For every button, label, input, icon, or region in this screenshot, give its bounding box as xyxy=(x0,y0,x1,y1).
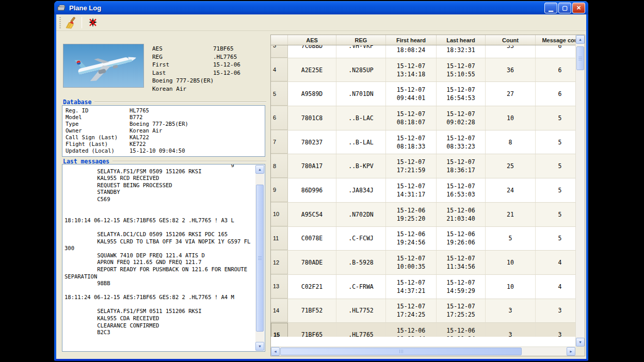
reg-cell[interactable]: .HL7752 xyxy=(336,299,386,323)
message-count-cell[interactable]: 3 xyxy=(536,299,575,323)
message-count-cell[interactable]: 6 xyxy=(536,58,575,82)
table-scroll-down-arrow[interactable]: ▼ xyxy=(576,338,585,347)
count-cell[interactable]: 5 xyxy=(486,227,536,251)
first-heard-cell[interactable]: 15-12-0619:24:56 xyxy=(386,227,437,251)
first-heard-cell[interactable]: 15-12-0713:14:18 xyxy=(386,58,437,82)
titlebar[interactable]: Plane Log ▁ ▢ ✕ xyxy=(54,1,588,14)
last-heard-cell[interactable]: 15-12-0621:03:40 xyxy=(437,203,486,226)
table-scroll-up-arrow[interactable]: ▲ xyxy=(576,35,585,44)
table-horizontal-scrollbar[interactable]: ◄ ► xyxy=(271,347,575,356)
last-heard-cell[interactable]: 15-12-0711:34:56 xyxy=(437,251,486,274)
table-row[interactable]: 1571BF65.HL776515-12-0618:09:4415-12-061… xyxy=(271,323,575,337)
table-row[interactable]: 11C0078E.C-FCWJ15-12-0619:24:5615-12-061… xyxy=(271,227,575,251)
maximize-button[interactable]: ▢ xyxy=(558,3,571,13)
count-cell[interactable]: 3 xyxy=(486,323,536,337)
count-cell[interactable]: 27 xyxy=(486,82,536,106)
table-scroll-right-arrow[interactable]: ► xyxy=(567,347,575,356)
count-cell[interactable]: 8 xyxy=(486,130,536,154)
last-heard-cell[interactable]: 15-12-0709:02:28 xyxy=(437,106,486,130)
table-row[interactable]: 12780ADE.B-592815-12-0710:00:3515-12-071… xyxy=(271,251,575,275)
table-row[interactable]: 4A2E25E.N285UP15-12-0713:14:1815-12-0715… xyxy=(271,58,575,83)
last-heard-cell[interactable]: 15-12-0714:59:29 xyxy=(437,275,486,299)
close-button[interactable]: ✕ xyxy=(572,3,585,13)
row-number-cell[interactable]: 4 xyxy=(271,58,288,82)
last-heard-cell[interactable]: 15-12-0717:25:25 xyxy=(437,299,486,323)
aes-cell[interactable]: 780A17 xyxy=(288,154,336,178)
count-cell[interactable]: 21 xyxy=(486,203,536,226)
reg-cell[interactable]: .N285UP xyxy=(336,58,386,82)
first-heard-cell[interactable]: 15-12-0618:08:24 xyxy=(386,45,437,58)
message-count-cell[interactable]: 5 xyxy=(536,130,575,154)
row-number-cell[interactable]: 15 xyxy=(271,323,288,337)
column-header-first-heard[interactable]: First heard xyxy=(386,35,437,45)
aes-cell[interactable]: A9589D xyxy=(288,82,336,106)
table-vscroll-thumb[interactable] xyxy=(576,46,584,70)
aes-cell[interactable]: 86D996 xyxy=(288,178,336,202)
table-row[interactable]: 1471BF52.HL775215-12-0717:24:2515-12-071… xyxy=(271,299,575,323)
row-number-cell[interactable]: 7 xyxy=(271,130,288,154)
aes-cell[interactable]: 71BF52 xyxy=(288,299,336,323)
aes-cell[interactable]: 7801C8 xyxy=(288,106,336,130)
column-header-last-heard[interactable]: Last heard xyxy=(437,35,486,45)
message-count-cell[interactable]: 4 xyxy=(536,251,575,274)
last-heard-cell[interactable]: 15-12-0718:32:31 xyxy=(437,45,486,58)
message-count-cell[interactable]: 5 xyxy=(536,106,575,130)
aes-cell[interactable]: A2E25E xyxy=(288,58,336,82)
reg-cell[interactable]: .C-FRWA xyxy=(336,275,386,299)
last-heard-cell[interactable]: 15-12-0716:54:53 xyxy=(437,82,486,106)
first-heard-cell[interactable]: 15-12-0710:00:35 xyxy=(386,251,437,274)
table-hscroll-thumb[interactable] xyxy=(280,348,522,355)
table-scroll-left-arrow[interactable]: ◄ xyxy=(271,347,280,356)
first-heard-cell[interactable]: 15-12-0717:24:25 xyxy=(386,299,437,323)
count-cell[interactable]: 10 xyxy=(486,275,536,299)
count-cell[interactable]: 10 xyxy=(486,106,536,130)
reg-cell[interactable]: .B-5928 xyxy=(336,251,386,274)
count-cell[interactable]: 33 xyxy=(486,45,536,58)
toolbar-gripper[interactable] xyxy=(59,17,61,28)
reg-cell[interactable]: ..B-LAL xyxy=(336,130,386,154)
reg-cell[interactable]: .VH-VKF xyxy=(336,45,386,58)
row-number-cell[interactable]: 8 xyxy=(271,154,288,178)
table-row[interactable]: 986D996.JA834J15-12-0714:31:1715-12-0716… xyxy=(271,178,575,203)
last-heard-cell[interactable]: 15-12-0718:36:17 xyxy=(437,154,486,178)
reg-cell[interactable]: .C-FCWJ xyxy=(336,227,386,251)
last-heard-cell[interactable]: 15-12-0715:10:55 xyxy=(437,58,486,82)
count-cell[interactable]: 25 xyxy=(486,154,536,178)
first-heard-cell[interactable]: 15-12-0619:25:20 xyxy=(386,203,437,226)
reg-cell[interactable]: .N701DN xyxy=(336,82,386,106)
table-row[interactable]: 5A9589D.N701DN15-12-0709:44:0115-12-0716… xyxy=(271,82,575,106)
message-count-cell[interactable]: 5 xyxy=(536,178,575,202)
first-heard-cell[interactable]: 15-12-0714:31:17 xyxy=(386,178,437,202)
messages-vertical-scrollbar[interactable]: ▲ ▼ xyxy=(255,165,264,351)
row-number-cell[interactable]: 9 xyxy=(271,178,288,202)
column-header-row-number[interactable] xyxy=(271,35,288,45)
table-row[interactable]: 37C6BBD.VH-VKF15-12-0618:08:2415-12-0718… xyxy=(271,45,575,58)
column-header-message-cou[interactable]: Message cou xyxy=(536,35,575,45)
reg-cell[interactable]: .N702DN xyxy=(336,203,386,226)
reg-cell[interactable]: .HL7765 xyxy=(336,323,386,337)
table-row[interactable]: 7780237..B-LAL15-12-0708:18:3315-12-0708… xyxy=(271,130,575,155)
table-vertical-scrollbar[interactable]: ▲ ▼ xyxy=(575,35,585,347)
aes-cell[interactable]: C02F21 xyxy=(288,275,336,299)
row-number-cell[interactable]: 3 xyxy=(271,45,288,58)
aes-cell[interactable]: A95C54 xyxy=(288,203,336,226)
messages-scroll-thumb[interactable] xyxy=(256,185,264,332)
first-heard-cell[interactable]: 15-12-0709:44:01 xyxy=(386,82,437,106)
column-header-reg[interactable]: REG xyxy=(336,35,386,45)
first-heard-cell[interactable]: 15-12-0618:09:44 xyxy=(386,323,437,337)
first-heard-cell[interactable]: 15-12-0714:37:21 xyxy=(386,275,437,299)
column-header-count[interactable]: Count xyxy=(486,35,536,45)
reg-cell[interactable]: ..B-LAC xyxy=(336,106,386,130)
aes-cell[interactable]: C0078E xyxy=(288,227,336,251)
row-number-cell[interactable]: 12 xyxy=(271,251,288,274)
first-heard-cell[interactable]: 15-12-0708:18:07 xyxy=(386,106,437,130)
message-count-cell[interactable]: 6 xyxy=(536,45,575,58)
clean-log-button[interactable] xyxy=(63,16,78,29)
table-row[interactable]: 67801C8..B-LAC15-12-0708:18:0715-12-0709… xyxy=(271,106,575,130)
row-number-cell[interactable]: 14 xyxy=(271,299,288,323)
message-count-cell[interactable]: 4 xyxy=(536,275,575,299)
last-heard-cell[interactable]: 15-12-0708:33:23 xyxy=(437,130,486,154)
message-count-cell[interactable]: 3 xyxy=(536,323,575,337)
message-count-cell[interactable]: 5 xyxy=(536,203,575,226)
table-row[interactable]: 8780A17..B-KPV15-12-0717:21:5915-12-0718… xyxy=(271,154,575,178)
